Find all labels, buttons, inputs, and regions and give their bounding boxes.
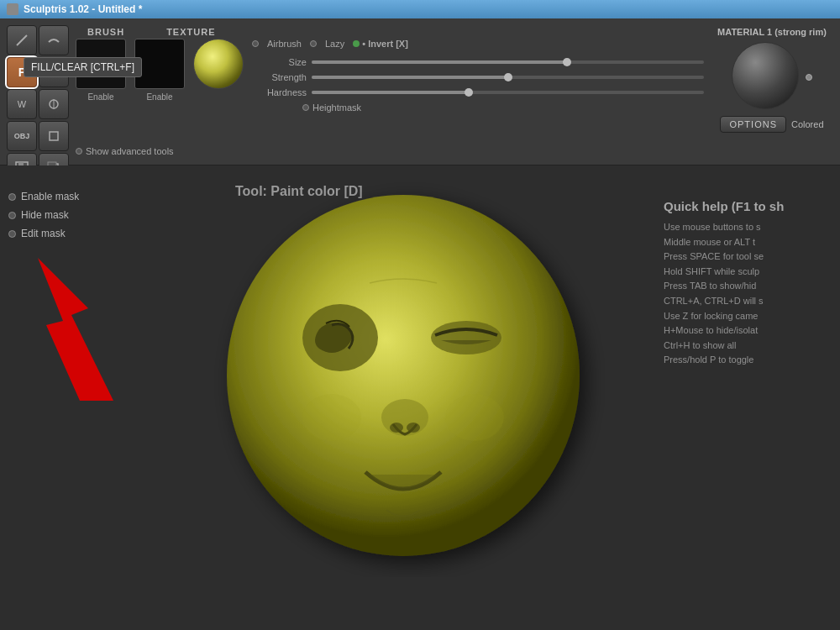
titlebar: Sculptris 1.02 - Untitled * [0, 0, 840, 18]
obj-tool-btn[interactable]: OBJ [7, 121, 37, 151]
material-controls [806, 74, 812, 81]
svg-point-10 [227, 195, 580, 556]
airbrush-label: Airbrush [267, 39, 302, 49]
tooltip-text: FILL/CLEAR [CTRL+F] [31, 61, 134, 73]
help-line-5: CTRL+A, CTRL+D will s [664, 294, 832, 309]
svg-point-15 [407, 423, 420, 433]
red-arrow [13, 241, 164, 409]
grab-tool-btn[interactable]: W [7, 89, 37, 119]
svg-point-17 [445, 394, 504, 441]
obj-label: OBJ [14, 132, 30, 140]
heightmask-label: Heightmask [312, 102, 361, 113]
hardness-label: Hardness [252, 87, 307, 97]
draw-tool-btn[interactable] [7, 25, 37, 55]
hide-mask-dot [8, 212, 16, 219]
help-line-3: Hold SHIFT while sculp [664, 265, 832, 280]
svg-line-0 [17, 35, 27, 45]
help-line-9: Press/hold P to toggle [664, 353, 832, 368]
pinch-tool-btn[interactable] [39, 89, 69, 119]
tool-buttons-panel: F W OBJ [5, 24, 71, 160]
lazy-label: Lazy [325, 39, 344, 49]
help-line-7: H+Mouse to hide/isolat [664, 323, 832, 339]
tool-row-4: OBJ [7, 121, 69, 151]
size-label: Size [252, 57, 307, 67]
enable-mask-label: Enable mask [21, 191, 79, 202]
material-row [732, 42, 812, 113]
edit-mask-option[interactable]: Edit mask [8, 228, 79, 239]
strength-slider-row: Strength [252, 72, 704, 82]
fill-clear-tooltip: FILL/CLEAR [CTRL+F] [24, 57, 142, 77]
heightmask-dot[interactable] [302, 104, 309, 111]
hardness-slider-row: Hardness [252, 87, 704, 97]
mask-controls-panel: Enable mask Hide mask Edit mask [8, 191, 79, 239]
help-line-8: Ctrl+H to show all [664, 339, 832, 354]
heightmask-row: Heightmask [252, 102, 704, 113]
show-advanced-dot[interactable] [76, 148, 82, 155]
quick-help-panel: Quick help (F1 to sh Use mouse buttons t… [655, 191, 840, 376]
tool-row-1 [7, 25, 69, 55]
strength-label: Strength [252, 72, 307, 82]
center-section: BRUSH TEXTURE Enable Enable [71, 24, 709, 160]
svg-rect-4 [50, 132, 58, 140]
texture-enable-label: Enable [134, 92, 185, 102]
help-text: Use mouse buttons to s Middle mouse or A… [664, 220, 832, 368]
tool-row-3: W [7, 89, 69, 119]
center-top: Enable Enable Airbrush [76, 39, 704, 141]
extra-tool-btn[interactable] [39, 121, 69, 151]
lazy-dot[interactable] [310, 40, 317, 47]
edit-mask-dot [8, 230, 16, 238]
help-line-2: Press SPACE for tool se [664, 249, 832, 265]
airbrush-dot[interactable] [252, 40, 259, 47]
edit-mask-label: Edit mask [21, 228, 66, 239]
material-title: MATERIAL 1 (strong rim) [717, 27, 827, 37]
quick-help-title: Quick help (F1 to sh [664, 199, 832, 213]
brush-enable-label: Enable [76, 92, 126, 102]
svg-point-13 [381, 399, 428, 436]
svg-marker-19 [38, 258, 113, 401]
enable-mask-option[interactable]: Enable mask [8, 191, 79, 202]
hardness-slider[interactable] [312, 91, 704, 94]
size-slider[interactable] [312, 60, 704, 64]
size-slider-row: Size [252, 57, 704, 67]
3d-model[interactable] [202, 140, 605, 577]
help-line-0: Use mouse buttons to s [664, 220, 832, 235]
airbrush-lazy-row: Airbrush Lazy • Invert [X] [252, 39, 704, 49]
alpha-block [193, 39, 244, 89]
hide-mask-label: Hide mask [21, 209, 69, 221]
invert-row: • Invert [X] [353, 39, 408, 49]
svg-point-12 [431, 321, 501, 354]
brush-section-label: BRUSH [87, 27, 124, 37]
invert-dot[interactable] [353, 40, 360, 47]
middle-controls: Airbrush Lazy • Invert [X] Size [252, 39, 704, 113]
alpha-ball[interactable] [193, 39, 244, 89]
main-canvas-area: Tool: Paint color [D] Enable mask Hide m… [0, 165, 840, 630]
svg-point-14 [390, 423, 403, 433]
hide-mask-option[interactable]: Hide mask [8, 209, 79, 221]
options-button[interactable]: OPTIONS [720, 116, 786, 133]
help-line-1: Middle mouse or ALT t [664, 235, 832, 250]
material-dot[interactable] [806, 74, 812, 81]
material-ball[interactable] [732, 42, 799, 109]
texture-section-label: TEXTURE [166, 27, 215, 37]
show-advanced-label: Show advanced tools [86, 146, 174, 156]
colored-label: Colored [791, 119, 824, 129]
svg-point-16 [302, 394, 361, 441]
help-line-4: Press TAB to show/hid [664, 279, 832, 294]
app-icon [7, 3, 18, 15]
invert-label: • Invert [X] [362, 39, 408, 49]
strength-slider[interactable] [312, 76, 704, 79]
help-line-6: Use Z for locking came [664, 309, 832, 324]
grab-label: W [18, 99, 26, 109]
enable-mask-dot [8, 193, 16, 201]
material-section: MATERIAL 1 (strong rim) OPTIONS Colored [709, 24, 835, 160]
options-colored-row: OPTIONS Colored [720, 116, 823, 133]
smooth-tool-btn[interactable] [39, 25, 69, 55]
window-title: Sculptris 1.02 - Untitled * [24, 3, 142, 15]
